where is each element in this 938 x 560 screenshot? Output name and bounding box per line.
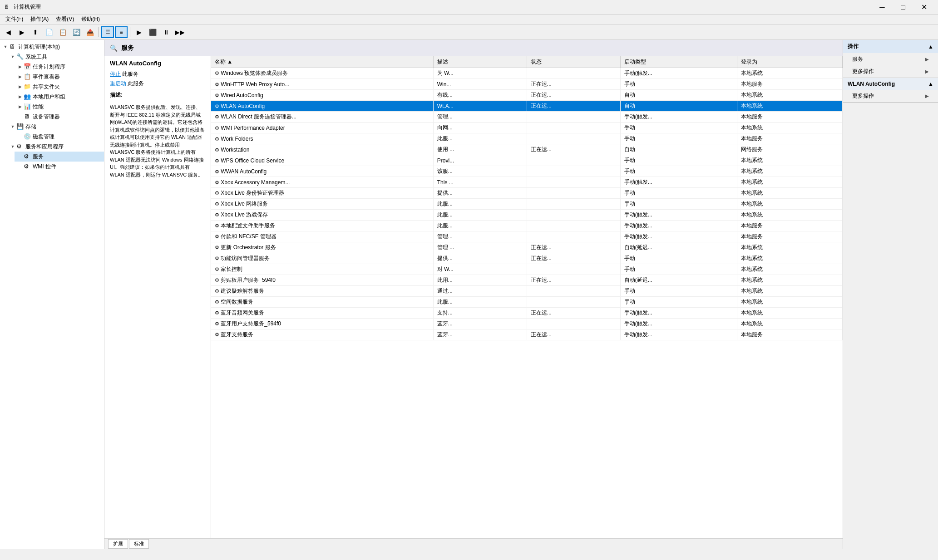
- action-header-wlan[interactable]: WLAN AutoConfig ▲: [843, 78, 938, 90]
- service-name-cell: ⚙ 空间数据服务: [211, 297, 433, 308]
- tree-item-perf[interactable]: ▶ 📊 性能: [15, 102, 104, 112]
- action-more-2-label: 更多操作: [852, 92, 925, 100]
- table-row[interactable]: ⚙ WLAN Direct 服务连接管理器... 管理... 手动(触发... …: [211, 112, 843, 123]
- col-header-logon[interactable]: 登录为: [737, 56, 843, 68]
- action-more-2[interactable]: 更多操作 ▶: [843, 90, 938, 102]
- service-status-cell: [527, 221, 620, 231]
- menu-action[interactable]: 操作(A): [27, 15, 52, 24]
- tab-standard[interactable]: 标准: [129, 539, 149, 549]
- tree-item-devmgr[interactable]: 🖥 设备管理器: [15, 112, 104, 122]
- maximize-button[interactable]: □: [893, 0, 913, 15]
- table-row[interactable]: ⚙ 功能访问管理器服务 提供... 正在运... 手动 本地系统: [211, 253, 843, 264]
- col-header-startup[interactable]: 启动类型: [620, 56, 737, 68]
- title-bar: 🖥 计算机管理 ─ □ ✕: [0, 0, 938, 15]
- table-row[interactable]: ⚙ 家长控制 对 W... 手动 本地系统: [211, 264, 843, 275]
- table-row[interactable]: ⚙ 空间数据服务 此服... 手动 本地系统: [211, 297, 843, 308]
- toolbar-properties[interactable]: 📋: [56, 26, 69, 38]
- tree-item-storage[interactable]: ▼ 💾 存储: [7, 122, 104, 132]
- toolbar-restart[interactable]: ▶▶: [173, 26, 186, 38]
- table-row[interactable]: ⚙ Workstation 使用 ... 正在运... 自动 网络服务: [211, 144, 843, 155]
- table-row[interactable]: ⚙ 更新 Orchestrator 服务 管理 ... 正在运... 自动(延迟…: [211, 242, 843, 253]
- tree-item-eventvwr[interactable]: ▶ 📋 事件查看器: [15, 72, 104, 82]
- service-desc-cell: 此服...: [433, 210, 527, 221]
- service-desc-cell: 管理...: [433, 231, 527, 242]
- table-row[interactable]: ⚙ Xbox Accessory Managem... This ... 手动(…: [211, 177, 843, 188]
- expand-icon: ▶: [16, 103, 24, 110]
- table-row[interactable]: ⚙ WWAN AutoConfig 该服... 手动 本地系统: [211, 166, 843, 177]
- menu-file[interactable]: 文件(F): [2, 15, 27, 24]
- action-header-main[interactable]: 操作 ▲: [843, 40, 938, 53]
- service-desc-cell: This ...: [433, 177, 527, 188]
- table-row[interactable]: ⚙ Wired AutoConfig 有线... 正在运... 自动 本地系统: [211, 90, 843, 101]
- toolbar-console-tree[interactable]: ☰: [101, 26, 114, 38]
- menu-help[interactable]: 帮助(H): [78, 15, 104, 24]
- service-icon: ⚙: [215, 82, 219, 87]
- action-services[interactable]: 服务 ▶: [843, 53, 938, 65]
- tab-expand[interactable]: 扩展: [108, 539, 128, 549]
- desc-label: 描述:: [110, 91, 205, 99]
- table-row[interactable]: ⚙ 付款和 NFC/SE 管理器 管理... 手动(触发... 本地服务: [211, 231, 843, 242]
- app-icon: 🖥: [4, 4, 11, 11]
- minimize-button[interactable]: ─: [872, 0, 893, 15]
- tree-panel: ▼ 🖥 计算机管理(本地) ▼ 🔧 系统工具 ▶ 📅 任务计划程序 ▶ 📋 事件…: [0, 40, 104, 549]
- service-icon: ⚙: [215, 288, 219, 294]
- table-row[interactable]: ⚙ WPS Office Cloud Service Provi... 手动 本…: [211, 155, 843, 166]
- service-icon: ⚙: [215, 310, 219, 315]
- col-header-desc[interactable]: 描述: [433, 56, 527, 68]
- arrow-icon-2: ▶: [925, 69, 929, 74]
- toolbar-stop[interactable]: ⬛: [146, 26, 159, 38]
- table-row[interactable]: ⚙ 蓝牙支持服务 蓝牙... 正在运... 手动(触发... 本地服务: [211, 329, 843, 340]
- localusers-label: 本地用户和组: [33, 93, 65, 101]
- table-row[interactable]: ⚙ Xbox Live 网络服务 此服... 手动 本地系统: [211, 199, 843, 210]
- toolbar-refresh[interactable]: 🔄: [70, 26, 83, 38]
- col-header-name[interactable]: 名称 ▲: [211, 56, 433, 68]
- action-more-1[interactable]: 更多操作 ▶: [843, 65, 938, 78]
- tree-item-wmi[interactable]: ⚙ WMI 控件: [15, 162, 104, 172]
- toolbar-back[interactable]: ◀: [2, 26, 15, 38]
- table-row[interactable]: ⚙ WMI Performance Adapter 向网... 手动 本地系统: [211, 123, 843, 133]
- service-desc-cell: 蓝牙...: [433, 329, 527, 340]
- restart-service-link[interactable]: 重启动: [110, 80, 126, 87]
- toolbar-action-pane[interactable]: ≡: [115, 26, 128, 38]
- service-logon-cell: 本地系统: [737, 286, 843, 297]
- tree-item-sharedfolder[interactable]: ▶ 📁 共享文件夹: [15, 82, 104, 92]
- tree-item-root[interactable]: ▼ 🖥 计算机管理(本地): [0, 42, 104, 52]
- tree-item-diskmgmt[interactable]: 💿 磁盘管理: [15, 132, 104, 142]
- table-row[interactable]: ⚙ 蓝牙音频网关服务 支持... 正在运... 手动(触发... 本地系统: [211, 308, 843, 319]
- stop-service-link[interactable]: 停止: [110, 71, 121, 77]
- tree-item-services[interactable]: ⚙ 服务: [15, 152, 104, 162]
- service-desc-cell: 向网...: [433, 123, 527, 133]
- service-icon: ⚙: [215, 332, 219, 337]
- table-row[interactable]: ⚙ WinHTTP Web Proxy Auto... Win... 正在运..…: [211, 79, 843, 90]
- tree-item-taskscheduler[interactable]: ▶ 📅 任务计划程序: [15, 62, 104, 72]
- service-status-cell: [527, 112, 620, 123]
- col-header-status[interactable]: 状态: [527, 56, 620, 68]
- action-section-wlan: WLAN AutoConfig ▲ 更多操作 ▶: [843, 78, 938, 103]
- toolbar-show-hide[interactable]: 📄: [43, 26, 55, 38]
- toolbar-pause[interactable]: ⏸: [160, 26, 173, 38]
- service-status-cell: [527, 68, 620, 79]
- table-row[interactable]: ⚙ Work Folders 此服... 手动 本地服务: [211, 133, 843, 144]
- toolbar-up[interactable]: ⬆: [29, 26, 42, 38]
- sharedfolder-icon: 📁: [24, 83, 31, 90]
- table-row[interactable]: ⚙ WLAN AutoConfig WLA... 正在运... 自动 本地系统: [211, 101, 843, 112]
- table-row[interactable]: ⚙ 建议疑难解答服务 通过... 手动 本地系统: [211, 286, 843, 297]
- systools-label: 系统工具: [25, 53, 47, 61]
- table-row[interactable]: ⚙ Windows 预览体验成员服务 为 W... 手动(触发... 本地系统: [211, 68, 843, 79]
- toolbar-export[interactable]: 📤: [84, 26, 96, 38]
- services-table-container[interactable]: 名称 ▲ 描述 状态 启动类型 登录为 ⚙ Windows 预览体验成员服务 为…: [211, 56, 843, 538]
- toolbar-forward[interactable]: ▶: [15, 26, 28, 38]
- toolbar-play[interactable]: ▶: [133, 26, 145, 38]
- table-row[interactable]: ⚙ 蓝牙用户支持服务_594f0 蓝牙... 手动(触发... 本地系统: [211, 319, 843, 329]
- tree-item-svcapp[interactable]: ▼ ⚙ 服务和应用程序: [7, 142, 104, 152]
- service-logon-cell: 本地系统: [737, 264, 843, 275]
- service-desc-cell: WLA...: [433, 101, 527, 112]
- table-row[interactable]: ⚙ 本地配置文件助手服务 此服... 手动(触发... 本地服务: [211, 221, 843, 231]
- tree-item-localusers[interactable]: ▶ 👥 本地用户和组: [15, 92, 104, 102]
- menu-view[interactable]: 查看(V): [52, 15, 78, 24]
- table-row[interactable]: ⚙ 剪贴板用户服务_594f0 此用... 正在运... 自动(延迟... 本地…: [211, 275, 843, 286]
- table-row[interactable]: ⚙ Xbox Live 身份验证管理器 提供... 手动 本地系统: [211, 188, 843, 199]
- close-button[interactable]: ✕: [913, 0, 934, 15]
- table-row[interactable]: ⚙ Xbox Live 游戏保存 此服... 手动(触发... 本地系统: [211, 210, 843, 221]
- tree-item-systools[interactable]: ▼ 🔧 系统工具: [7, 52, 104, 62]
